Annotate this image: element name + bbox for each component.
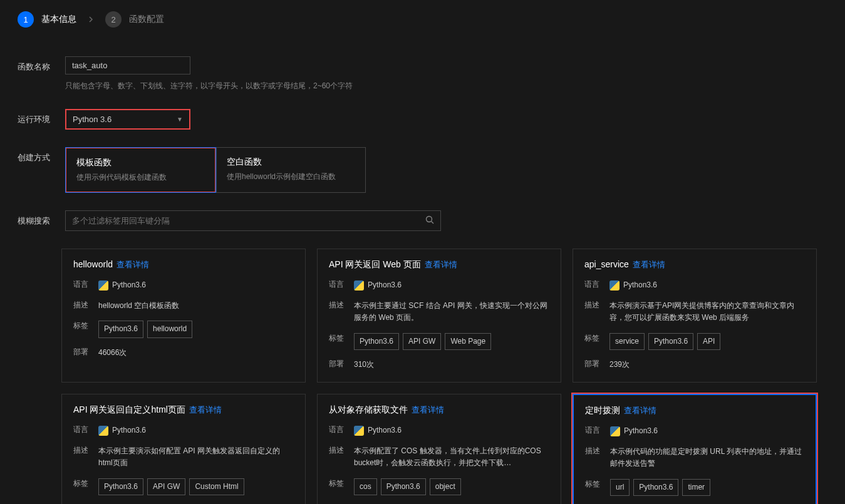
card-lang-label: 语言 [329,279,354,291]
tag[interactable]: helloworld [147,321,192,337]
template-card[interactable]: 定时拨测查看详情语言Python3.6描述本示例代码的功能是定时拨测 URL 列… [573,394,817,504]
tag[interactable]: Python3.6 [648,333,693,350]
template-card[interactable]: API 网关返回自定义html页面查看详情语言Python3.6描述本示例主要演… [61,394,306,504]
card-tags-value: servicePython3.6API [609,333,720,350]
search-input[interactable] [72,211,425,230]
detail-link[interactable]: 查看详情 [624,406,656,415]
detail-link[interactable]: 查看详情 [425,260,457,269]
tag[interactable]: object [430,478,461,495]
tag[interactable]: Custom Html [189,478,244,495]
card-lang-row: 语言Python3.6 [584,279,805,291]
card-lang-row: 语言Python3.6 [585,425,804,437]
card-tags-row: 标签cosPython3.6object [329,478,549,495]
tag[interactable]: API GW [147,478,185,495]
detail-link[interactable]: 查看详情 [117,260,149,269]
card-title: API 网关返回自定义html页面查看详情 [73,404,294,416]
card-desc-value: 本示例主要通过 SCF 结合 API 网关，快速实现一个对公网服务的 Web 页… [354,300,549,324]
card-title: api_service查看详情 [584,259,805,270]
card-tags-row: 标签servicePython3.6API [584,333,805,350]
step-1[interactable]: 1 基本信息 [18,11,76,28]
svg-line-1 [432,222,434,224]
card-lang-value: Python3.6 [98,424,146,436]
template-card[interactable]: api_service查看详情语言Python3.6描述本示例演示基于API网关… [573,249,817,383]
card-tags-value: cosPython3.6object [354,478,461,495]
card-lang-label: 语言 [73,424,98,436]
mode-blank-sub: 使用helloworld示例创建空白函数 [227,172,355,182]
step-2[interactable]: 2 函数配置 [105,11,164,28]
python-icon [610,426,620,436]
card-desc-row: 描述本示例主要演示如何配置 API 网关触发器返回自定义的html页面 [73,445,294,469]
card-lang-value: Python3.6 [610,425,658,437]
card-title-text: helloworld [73,259,113,269]
card-desc-value: 本示例代码的功能是定时拨测 URL 列表中的地址，并通过邮件发送告警 [610,446,804,470]
card-tags-row: 标签Python3.6API GWCustom Html [73,478,294,495]
tag[interactable]: Web Page [445,333,491,350]
card-desc-label: 描述 [73,445,98,469]
card-lang-label: 语言 [584,279,609,291]
card-desc-label: 描述 [329,300,354,324]
card-desc-label: 描述 [329,445,354,469]
card-desc-row: 描述本示例配置了 COS 触发器，当有文件上传到对应的COS bucket时，会… [329,445,549,469]
lang-text: Python3.6 [368,279,402,291]
card-title-text: 从对象存储获取文件 [329,404,408,414]
card-lang-value: Python3.6 [98,279,146,291]
tag[interactable]: cos [354,478,377,495]
card-tags-label: 标签 [585,479,610,496]
card-deploy-value: 310次 [354,359,374,371]
card-deploy-label: 部署 [73,347,98,359]
card-lang-row: 语言Python3.6 [329,279,549,291]
card-lang-value: Python3.6 [354,279,402,291]
template-cards: helloworld查看详情语言Python3.6描述helloworld 空白… [0,231,845,504]
function-name-hint: 只能包含字母、数字、下划线、连字符，以字母开头，以数字或字母结尾，2~60个字符 [65,81,827,91]
card-desc-value: 本示例主要演示如何配置 API 网关触发器返回自定义的html页面 [98,445,294,469]
card-tags-label: 标签 [329,478,354,495]
python-icon [609,280,619,291]
card-tags-label: 标签 [73,321,98,337]
search-icon[interactable] [425,215,434,226]
python-icon [354,426,364,436]
create-mode-group: 模板函数 使用示例代码模板创建函数 空白函数 使用helloworld示例创建空… [65,147,366,193]
python-icon [354,280,364,291]
template-card[interactable]: API 网关返回 Web 页面查看详情语言Python3.6描述本示例主要通过 … [317,249,561,383]
card-tags-row: 标签Python3.6API GWWeb Page [329,333,549,350]
card-desc-value: 本示例演示基于API网关提供博客内的文章查询和文章内容，您可以扩展函数来实现 W… [609,300,805,324]
tag[interactable]: service [609,333,645,350]
python-icon [98,426,108,436]
tag[interactable]: Python3.6 [98,478,143,495]
card-deploy-label: 部署 [329,359,354,371]
card-title: 从对象存储获取文件查看详情 [329,404,549,416]
mode-template-sub: 使用示例代码模板创建函数 [76,172,205,183]
python-icon [98,280,108,291]
card-deploy-row: 部署310次 [329,359,549,371]
lang-text: Python3.6 [112,279,146,291]
card-lang-row: 语言Python3.6 [329,424,549,436]
detail-link[interactable]: 查看详情 [189,405,222,414]
mode-blank[interactable]: 空白函数 使用helloworld示例创建空白函数 [216,148,365,192]
card-title: API 网关返回 Web 页面查看详情 [329,259,549,270]
card-desc-value: 本示例配置了 COS 触发器，当有文件上传到对应的COS bucket时，会触发… [354,445,549,469]
card-lang-row: 语言Python3.6 [73,279,294,291]
tag[interactable]: Python3.6 [98,321,143,337]
tag[interactable]: Python3.6 [633,479,678,496]
card-deploy-row: 部署46066次 [73,347,294,359]
tag[interactable]: API GW [403,333,441,350]
tag[interactable]: url [610,479,630,496]
detail-link[interactable]: 查看详情 [412,405,444,414]
card-tags-label: 标签 [329,333,354,350]
card-desc-label: 描述 [585,446,610,470]
template-card[interactable]: 从对象存储获取文件查看详情语言Python3.6描述本示例配置了 COS 触发器… [317,394,561,504]
tag[interactable]: Python3.6 [381,478,426,495]
card-deploy-value: 46066次 [98,347,127,359]
tag[interactable]: API [697,333,720,350]
function-name-input[interactable] [65,56,190,75]
template-card[interactable]: helloworld查看详情语言Python3.6描述helloworld 空白… [61,249,306,383]
mode-template[interactable]: 模板函数 使用示例代码模板创建函数 [65,147,216,193]
detail-link[interactable]: 查看详情 [633,260,665,269]
card-tags-label: 标签 [73,478,98,495]
tag[interactable]: timer [682,479,710,496]
lang-text: Python3.6 [368,424,402,436]
card-title-text: api_service [584,259,629,269]
tag[interactable]: Python3.6 [354,333,399,350]
runtime-select[interactable]: Python 3.6 ▼ [65,109,190,130]
card-tags-value: Python3.6API GWWeb Page [354,333,491,350]
